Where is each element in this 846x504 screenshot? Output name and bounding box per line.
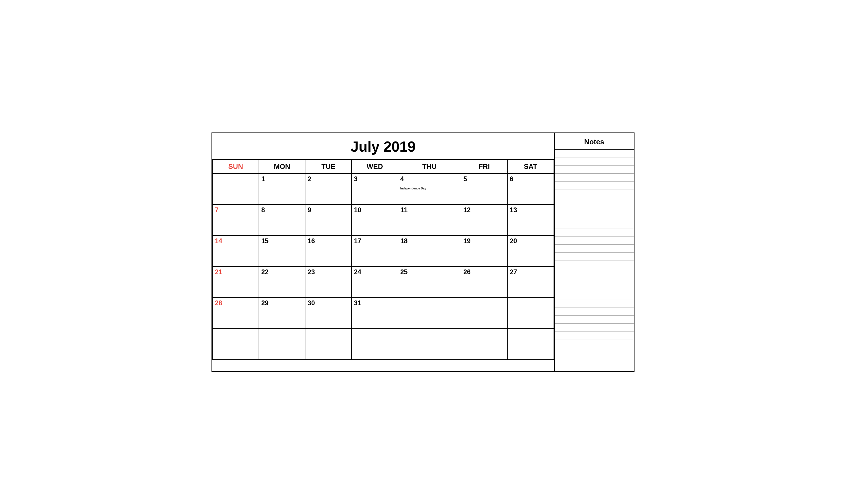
day-number-w2-d4: 18	[401, 237, 459, 245]
calendar-day-w0-d0	[213, 173, 259, 204]
note-line-8[interactable]	[555, 213, 634, 221]
note-line-20[interactable]	[555, 308, 634, 316]
calendar-day-w5-d0	[213, 328, 259, 359]
note-line-12[interactable]	[555, 245, 634, 253]
calendar-day-w5-d3	[352, 328, 398, 359]
calendar-day-w1-d6: 13	[507, 204, 553, 235]
note-line-3[interactable]	[555, 174, 634, 182]
day-number-w1-d0: 7	[215, 206, 256, 214]
day-number-w0-d5: 5	[463, 175, 505, 183]
note-line-26[interactable]	[555, 355, 634, 363]
day-number-w0-d1: 1	[261, 175, 303, 183]
header-sun: SUN	[213, 160, 259, 174]
note-line-9[interactable]	[555, 221, 634, 229]
day-number-w0-d4: 4	[401, 175, 459, 183]
day-number-w3-d1: 22	[261, 268, 303, 276]
calendar-day-w3-d3: 24	[352, 266, 398, 298]
note-line-13[interactable]	[555, 253, 634, 260]
note-line-17[interactable]	[555, 284, 634, 292]
day-number-w1-d4: 11	[401, 206, 459, 214]
day-number-w0-d3: 3	[354, 175, 395, 183]
calendar-day-w0-d6: 6	[507, 173, 553, 204]
day-number-w1-d6: 13	[510, 206, 551, 214]
calendar-day-w5-d5	[461, 328, 507, 359]
day-number-w3-d2: 23	[308, 268, 349, 276]
notes-lines	[555, 150, 634, 371]
calendar-header-row: SUN MON TUE WED THU FRI SAT	[213, 160, 554, 174]
day-number-w2-d3: 17	[354, 237, 395, 245]
note-line-11[interactable]	[555, 237, 634, 245]
calendar-grid: SUN MON TUE WED THU FRI SAT 1234Independ…	[212, 160, 554, 360]
note-line-5[interactable]	[555, 190, 634, 197]
note-line-23[interactable]	[555, 331, 634, 339]
day-number-w1-d2: 9	[308, 206, 349, 214]
note-line-21[interactable]	[555, 316, 634, 324]
note-line-18[interactable]	[555, 292, 634, 300]
calendar-day-w5-d2	[305, 328, 351, 359]
day-number-w1-d5: 12	[463, 206, 505, 214]
calendar-day-w1-d3: 10	[352, 204, 398, 235]
day-number-w1-d3: 10	[354, 206, 395, 214]
calendar-day-w1-d2: 9	[305, 204, 351, 235]
calendar-day-w4-d5	[461, 298, 507, 328]
note-line-19[interactable]	[555, 300, 634, 308]
day-number-w2-d1: 15	[261, 237, 303, 245]
calendar-day-w5-d6	[507, 328, 553, 359]
note-line-10[interactable]	[555, 229, 634, 237]
day-number-w4-d2: 30	[308, 299, 349, 307]
notes-section: Notes	[555, 133, 634, 371]
day-number-w0-d2: 2	[308, 175, 349, 183]
note-line-25[interactable]	[555, 347, 634, 355]
calendar-week-4: 28293031	[213, 298, 554, 328]
day-number-w4-d3: 31	[354, 299, 395, 307]
page-container: July 2019 SUN MON TUE WED THU FRI SAT 12…	[211, 132, 635, 372]
calendar-day-w4-d3: 31	[352, 298, 398, 328]
calendar-day-w0-d1: 1	[259, 173, 305, 204]
calendar-week-0: 1234Independence Day56	[213, 173, 554, 204]
calendar-day-w0-d5: 5	[461, 173, 507, 204]
calendar-day-w2-d5: 19	[461, 235, 507, 266]
notes-title: Notes	[555, 133, 634, 150]
calendar-day-w0-d4: 4Independence Day	[398, 173, 461, 204]
calendar-week-3: 21222324252627	[213, 266, 554, 298]
calendar-week-2: 14151617181920	[213, 235, 554, 266]
calendar-day-w3-d6: 27	[507, 266, 553, 298]
note-line-22[interactable]	[555, 324, 634, 331]
calendar-week-5	[213, 328, 554, 359]
calendar-day-w0-d2: 2	[305, 173, 351, 204]
note-line-4[interactable]	[555, 182, 634, 190]
note-line-2[interactable]	[555, 166, 634, 174]
day-number-w3-d0: 21	[215, 268, 256, 276]
note-line-24[interactable]	[555, 339, 634, 347]
day-event-w0-d4: Independence Day	[401, 187, 459, 190]
day-number-w1-d1: 8	[261, 206, 303, 214]
calendar-day-w4-d0: 28	[213, 298, 259, 328]
calendar-day-w3-d4: 25	[398, 266, 461, 298]
note-line-7[interactable]	[555, 205, 634, 213]
calendar-day-w5-d1	[259, 328, 305, 359]
day-number-w2-d0: 14	[215, 237, 256, 245]
calendar-day-w2-d0: 14	[213, 235, 259, 266]
calendar-week-1: 78910111213	[213, 204, 554, 235]
note-line-27[interactable]	[555, 363, 634, 371]
calendar-day-w4-d6	[507, 298, 553, 328]
calendar-section: July 2019 SUN MON TUE WED THU FRI SAT 12…	[212, 133, 555, 371]
calendar-day-w3-d5: 26	[461, 266, 507, 298]
day-number-w2-d6: 20	[510, 237, 551, 245]
note-line-16[interactable]	[555, 276, 634, 284]
calendar-day-w1-d5: 12	[461, 204, 507, 235]
calendar-day-w2-d4: 18	[398, 235, 461, 266]
note-line-1[interactable]	[555, 158, 634, 166]
day-number-w3-d6: 27	[510, 268, 551, 276]
calendar-day-w4-d2: 30	[305, 298, 351, 328]
calendar-day-w4-d1: 29	[259, 298, 305, 328]
note-line-14[interactable]	[555, 260, 634, 268]
note-line-15[interactable]	[555, 268, 634, 276]
day-number-w2-d5: 19	[463, 237, 505, 245]
note-line-6[interactable]	[555, 197, 634, 205]
calendar-day-w2-d6: 20	[507, 235, 553, 266]
calendar-day-w1-d4: 11	[398, 204, 461, 235]
calendar-day-w2-d3: 17	[352, 235, 398, 266]
note-line-0[interactable]	[555, 150, 634, 158]
calendar-day-w3-d0: 21	[213, 266, 259, 298]
